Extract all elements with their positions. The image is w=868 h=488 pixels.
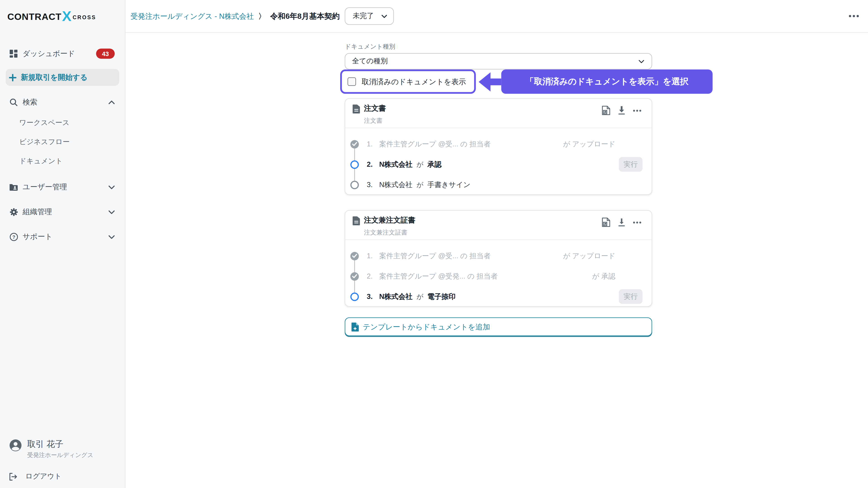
breadcrumb-workspace-link[interactable]: 受発注ホールディングス - N株式会社 xyxy=(131,11,254,21)
step-particle: が xyxy=(416,292,424,301)
step-number: 2. xyxy=(367,272,379,280)
file-plus-icon xyxy=(351,322,359,331)
dashboard-icon xyxy=(9,50,18,58)
card-more-button[interactable] xyxy=(633,221,642,223)
add-document-label: テンプレートからドキュメントを追加 xyxy=(363,322,490,332)
step-number: 3. xyxy=(367,181,379,189)
show-cancelled-label: 取消済みのドキュメントを表示 xyxy=(362,76,466,87)
more-menu-button[interactable] xyxy=(849,15,859,18)
workflow-step: 1. 案件主管グループ @受... の 担当者 が アップロード xyxy=(350,134,643,154)
workflow-step: 2. N株式会社 が 承認 実行 xyxy=(350,154,643,175)
ellipsis-icon xyxy=(849,15,859,18)
sidebar-item-user-management[interactable]: ユーザー管理 xyxy=(0,179,125,195)
sidebar-item-business-flow[interactable]: ビジネスフロー xyxy=(0,136,125,148)
ellipsis-icon xyxy=(633,221,642,223)
workflow-step: 3. N株式会社 が 電子捺印 実行 xyxy=(350,287,643,307)
document-card: 注文兼注文証書 注文兼注文証書 xyxy=(345,210,652,307)
avatar-icon xyxy=(9,439,22,452)
download-button[interactable] xyxy=(618,106,626,115)
user-profile[interactable]: 取引 花子 受発注ホールディングス xyxy=(9,439,116,459)
logo-text-cross: CROSS xyxy=(72,14,96,21)
document-card: 注文書 注文書 xyxy=(345,98,652,195)
step-completed-icon xyxy=(350,140,359,149)
main-area: 受発注ホールディングス - N株式会社 〉 令和6年8月基本契約 未完了 ドキュ… xyxy=(125,0,868,488)
step-result: が アップロード xyxy=(563,139,616,149)
contract-status-select[interactable]: 未完了 xyxy=(345,7,394,25)
step-number: 1. xyxy=(367,252,379,260)
sidebar-item-dashboard[interactable]: ダッシュボード 43 xyxy=(0,46,125,62)
sidebar-nav: ダッシュボード 43 新規取引を開始する 検索 ワークスペース ビジネスフロー xyxy=(0,33,125,439)
show-cancelled-checkbox[interactable] xyxy=(348,77,356,86)
app-logo[interactable]: CONTRACTXCROSS xyxy=(7,9,96,24)
annotation-callout: 「取消済みのドキュメントを表示」を選択 xyxy=(501,70,713,94)
step-number: 3. xyxy=(367,293,379,300)
step-current-icon xyxy=(350,160,359,169)
sidebar-item-new-transaction[interactable]: 新規取引を開始する xyxy=(6,69,119,86)
step-party: N株式会社 xyxy=(379,292,413,301)
step-party: N株式会社 xyxy=(379,160,413,169)
add-document-from-template-button[interactable]: テンプレートからドキュメントを追加 xyxy=(345,318,652,336)
step-action: 承認 xyxy=(428,160,442,169)
document-title: 注文兼注文証書 xyxy=(364,217,415,225)
step-pending-icon xyxy=(350,181,359,189)
step-completed-icon xyxy=(350,272,359,281)
sidebar-item-org-management[interactable]: 組織管理 xyxy=(0,204,125,220)
user-name: 取引 花子 xyxy=(27,439,93,449)
sidebar-item-label: ダッシュボード xyxy=(23,48,75,59)
workflow-steps: 1. 案件主管グループ @受... の 担当者 が アップロード 2. N株式会… xyxy=(345,128,652,195)
logo-text-contract: CONTRACT xyxy=(7,11,61,22)
step-particle: が xyxy=(416,160,424,169)
chevron-down-icon xyxy=(381,14,387,18)
step-particle: が xyxy=(416,180,424,190)
svg-text:?: ? xyxy=(12,234,15,239)
sidebar-item-documents[interactable]: ドキュメント xyxy=(0,156,125,167)
workflow-step: 3. N株式会社 が 手書きサイン xyxy=(350,175,643,195)
logout-button[interactable]: ログアウト xyxy=(9,472,116,482)
execute-button[interactable]: 実行 xyxy=(619,289,643,304)
search-icon xyxy=(9,98,18,106)
step-party: N株式会社 xyxy=(379,180,413,190)
logo-x-mark: X xyxy=(62,9,71,23)
workflow-steps: 1. 案件主管グループ @受... の 担当者 が アップロード 2. 案件主管… xyxy=(345,240,652,307)
plus-icon xyxy=(9,74,17,81)
step-number: 1. xyxy=(367,140,379,148)
notification-badge: 43 xyxy=(96,48,115,59)
logout-label: ログアウト xyxy=(26,472,62,482)
chevron-down-icon xyxy=(108,235,115,239)
card-more-button[interactable] xyxy=(633,109,642,111)
step-completed-icon xyxy=(350,252,359,260)
show-cancelled-row: 取消済みのドキュメントを表示 「取消済みのドキュメントを表示」を選択 xyxy=(340,70,868,94)
sidebar-item-label: 新規取引を開始する xyxy=(21,72,88,83)
step-party: 案件主管グループ @受... の 担当者 xyxy=(379,251,491,261)
page-title: 令和6年8月基本契約 xyxy=(270,11,340,21)
document-title: 注文書 xyxy=(364,105,386,113)
annotation-arrow-shaft xyxy=(490,78,501,85)
document-subtitle: 注文兼注文証書 xyxy=(364,228,415,237)
annotation-arrow-head xyxy=(478,72,491,91)
sidebar-item-search[interactable]: 検索 xyxy=(0,94,125,110)
sidebar: CONTRACTXCROSS ダッシュボード 43 新規取引を開始する xyxy=(0,0,125,488)
preview-file-button[interactable] xyxy=(602,106,611,116)
document-card-header: 注文書 注文書 xyxy=(345,99,652,128)
chevron-down-icon xyxy=(639,60,644,63)
show-cancelled-checkbox-highlight: 取消済みのドキュメントを表示 xyxy=(340,70,475,94)
preview-file-button[interactable] xyxy=(602,218,611,227)
chevron-down-icon xyxy=(108,185,115,189)
step-number: 2. xyxy=(367,160,379,168)
step-result: が 承認 xyxy=(592,271,615,281)
file-export-icon xyxy=(602,106,611,116)
sidebar-item-support[interactable]: ? サポート xyxy=(0,229,125,245)
document-type-select[interactable]: 全ての種別 xyxy=(345,53,652,70)
user-company: 受発注ホールディングス xyxy=(27,451,93,459)
sidebar-item-workspace[interactable]: ワークスペース xyxy=(0,117,125,128)
document-type-value: 全ての種別 xyxy=(352,57,388,66)
workflow-step: 1. 案件主管グループ @受... の 担当者 が アップロード xyxy=(350,246,643,266)
execute-button[interactable]: 実行 xyxy=(619,157,643,172)
gear-icon xyxy=(9,207,18,216)
document-card-header: 注文兼注文証書 注文兼注文証書 xyxy=(345,211,652,240)
status-value: 未完了 xyxy=(352,11,374,21)
step-action: 電子捺印 xyxy=(428,292,456,301)
download-button[interactable] xyxy=(618,218,626,227)
chevron-down-icon xyxy=(108,210,115,214)
folder-user-icon xyxy=(9,183,18,191)
